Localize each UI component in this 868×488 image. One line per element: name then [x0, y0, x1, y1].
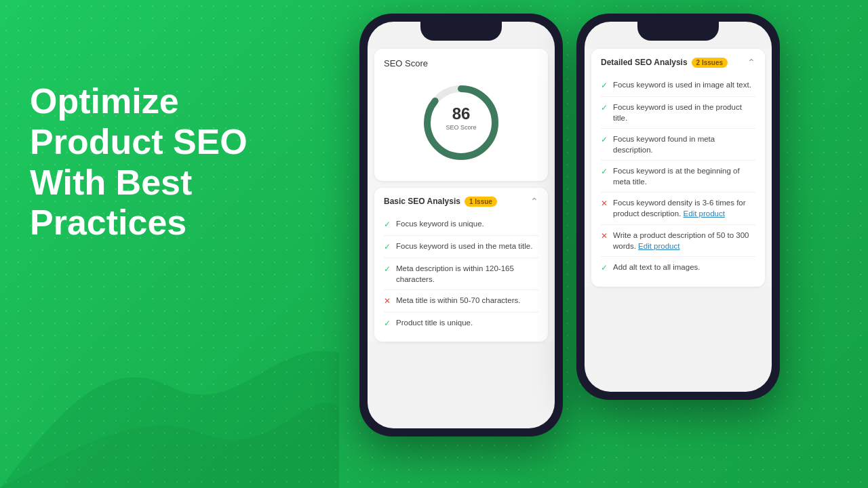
basic-analysis-header: Basic SEO Analysis 1 Issue ⌃	[384, 196, 538, 207]
phone-2: Detailed SEO Analysis 2 Issues ⌃ ✓ Focus…	[576, 14, 780, 400]
check-icon-d4: ✓	[601, 166, 608, 178]
basic-analysis-card: Basic SEO Analysis 1 Issue ⌃ ✓ Focus key…	[374, 188, 548, 342]
phone-2-screen: Detailed SEO Analysis 2 Issues ⌃ ✓ Focus…	[585, 22, 772, 392]
cross-icon-1: ✕	[384, 296, 391, 307]
basic-item-4: ✕ Meta title is within 50-70 characters.	[384, 290, 538, 312]
check-icon-d7: ✓	[601, 262, 608, 274]
seo-score-title: SEO Score	[384, 58, 538, 68]
cross-icon-d2: ✕	[601, 230, 608, 242]
phone-1-notch	[420, 22, 502, 41]
phone-1-screen: SEO Score 86 SEO Score	[368, 22, 555, 428]
detailed-item-6: ✕ Write a product description of 50 to 3…	[601, 225, 755, 257]
seo-score-card: SEO Score 86 SEO Score	[374, 49, 548, 181]
basic-badge: 1 Issue	[465, 197, 497, 207]
basic-item-3: ✓ Meta description is within 120-165 cha…	[384, 258, 538, 290]
basic-analysis-items: ✓ Focus keyword is unique. ✓ Focus keywo…	[384, 214, 538, 333]
donut-chart: 86 SEO Score	[420, 82, 502, 163]
detailed-analysis-title: Detailed SEO Analysis 2 Issues	[601, 58, 728, 68]
phones-container: SEO Score 86 SEO Score	[359, 14, 780, 436]
check-icon-1: ✓	[384, 219, 391, 230]
detailed-item-3: ✓ Focus keyword found in meta descriptio…	[601, 129, 755, 161]
check-icon-d2: ✓	[601, 102, 608, 114]
phone-2-notch	[637, 22, 719, 41]
basic-item-1: ✓ Focus keyword is unique.	[384, 214, 538, 236]
phone-2-content: Detailed SEO Analysis 2 Issues ⌃ ✓ Focus…	[585, 49, 772, 287]
check-icon-5: ✓	[384, 318, 391, 329]
svg-point-1	[427, 89, 495, 157]
basic-item-5: ✓ Product title is unique.	[384, 312, 538, 334]
score-number: 86	[452, 104, 471, 123]
phone-1: SEO Score 86 SEO Score	[359, 14, 563, 436]
detailed-analysis-header: Detailed SEO Analysis 2 Issues ⌃	[601, 57, 755, 68]
basic-analysis-title: Basic SEO Analysis 1 Issue	[384, 197, 497, 207]
detailed-item-5: ✕ Focus keyword density is 3-6 times for…	[601, 192, 755, 224]
check-icon-d1: ✓	[601, 80, 608, 92]
chevron-up-icon-2[interactable]: ⌃	[747, 57, 755, 68]
basic-item-2: ✓ Focus keyword is used in the meta titl…	[384, 236, 538, 258]
check-icon-3: ✓	[384, 264, 391, 275]
phone-1-content: SEO Score 86 SEO Score	[368, 49, 555, 342]
detailed-badge: 2 Issues	[692, 58, 728, 68]
wave-decoration	[0, 285, 339, 488]
cross-icon-d1: ✕	[601, 198, 608, 209]
donut-chart-container: 86 SEO Score	[384, 75, 538, 170]
detailed-item-4: ✓ Focus keyword is at the beginning of m…	[601, 161, 755, 192]
detailed-analysis-card: Detailed SEO Analysis 2 Issues ⌃ ✓ Focus…	[591, 49, 765, 287]
detailed-analysis-items: ✓ Focus keyword is used in image alt tex…	[601, 75, 755, 279]
edit-product-link-2[interactable]: Edit product	[638, 242, 679, 250]
hero-text: Optimize Product SEO With Best Practices	[30, 81, 248, 243]
check-icon-d3: ✓	[601, 134, 608, 146]
chevron-up-icon[interactable]: ⌃	[530, 196, 538, 207]
score-label: SEO Score	[446, 124, 476, 131]
check-icon-2: ✓	[384, 241, 391, 253]
detailed-item-2: ✓ Focus keyword is used in the product t…	[601, 97, 755, 129]
detailed-item-1: ✓ Focus keyword is used in image alt tex…	[601, 75, 755, 97]
edit-product-link-1[interactable]: Edit product	[684, 209, 725, 218]
detailed-item-7: ✓ Add alt text to all images.	[601, 257, 755, 279]
